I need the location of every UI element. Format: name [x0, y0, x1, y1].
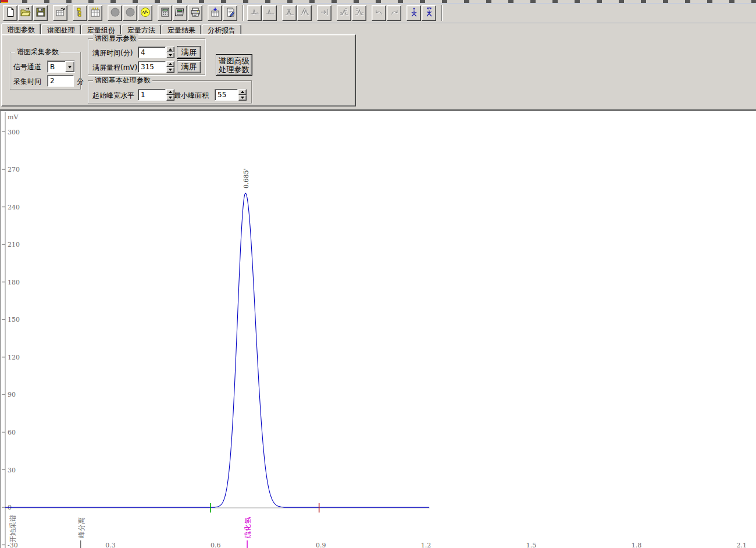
peak-merge-button [297, 5, 312, 21]
spin-down-button[interactable] [166, 52, 174, 58]
method-list-button[interactable] [73, 5, 87, 21]
fullscreen-time-input[interactable]: 4 [138, 47, 166, 58]
toolbar-group-9 [337, 5, 367, 21]
record-channel-a-button[interactable] [108, 5, 122, 21]
acq-time-unit: 分 [77, 77, 84, 87]
y-tick-label: 210 [8, 241, 20, 248]
toolbar-separator [441, 5, 443, 21]
peak-retention-label: 0.685' [243, 168, 250, 188]
peak-width-input[interactable]: 1 [138, 89, 166, 101]
spin-up-button[interactable] [166, 47, 174, 52]
spin-up-button[interactable] [166, 61, 174, 67]
fullscreen-range-spinner [166, 61, 174, 73]
print-button[interactable] [188, 5, 202, 21]
peak-flat-icon [265, 7, 275, 19]
peak-width-label: 起始峰宽水平 [92, 91, 134, 101]
redo-icon [389, 7, 400, 19]
advanced-params-line1: 谱图高级 [219, 56, 249, 65]
person-plus-icon [409, 7, 419, 19]
advanced-params-line2: 处理参数 [219, 65, 249, 74]
horizontal-baseline-button [262, 5, 277, 21]
tab-定量方法[interactable]: 定量方法 [122, 24, 161, 34]
import-table-button[interactable] [208, 5, 222, 21]
notepad-pencil-icon [225, 7, 236, 19]
toolbar-group-0 [3, 5, 48, 21]
report-table-button[interactable] [53, 5, 67, 21]
report-table-icon [55, 7, 66, 19]
tab-bar: 谱图参数谱图处理定量组份定量方法定量结果分析报告 [0, 23, 756, 34]
fullscreen-time-spinner [166, 47, 174, 58]
acq-time-input[interactable]: 2 [47, 75, 74, 87]
spin-down-button[interactable] [238, 95, 247, 101]
signal-channel-select[interactable]: B [47, 61, 75, 73]
spin-down-button[interactable] [166, 67, 174, 73]
x-tick-label: 0.6 [211, 542, 221, 548]
wave-circle-icon [140, 7, 151, 19]
calculator-green-icon [175, 7, 186, 19]
toolbar-group-1 [53, 5, 68, 21]
min-area-spinner [238, 89, 247, 101]
parameter-panel: 谱图采集参数 信号通道 B 采集时间 2 分 谱图显示参数 满屏时间(分) 4 … [0, 34, 756, 107]
processing-group-title: 谱图基本处理参数 [93, 76, 152, 84]
force-baseline-button [247, 5, 262, 21]
advanced-params-button[interactable]: 谱图高级 处理参数 [216, 54, 252, 76]
view-trace-button[interactable] [138, 5, 152, 21]
redo-button [387, 5, 401, 21]
y-tick-label: 300 [8, 129, 20, 136]
new-file-icon [5, 7, 16, 19]
peak-area-right-icon [354, 7, 365, 19]
x-tick-label: 1.8 [632, 542, 642, 548]
recalculate-button[interactable] [173, 5, 187, 21]
y-tick-label: 240 [8, 204, 20, 211]
y-tick-label: 150 [8, 316, 20, 323]
chromatogram-area[interactable]: mV3002702402101801501209060300-300.30.60… [0, 111, 756, 548]
calibration-table-icon [90, 7, 101, 19]
calculate-button[interactable] [158, 5, 172, 21]
event-label-开始采谱: 开始采谱 [9, 515, 17, 543]
import-table-icon [210, 7, 220, 19]
toolbar-group-11 [406, 5, 437, 21]
record-channel-b-button[interactable] [123, 5, 137, 21]
tab-谱图参数[interactable]: 谱图参数 [1, 23, 41, 34]
chevron-down-icon[interactable] [65, 61, 74, 72]
method-list-icon [75, 7, 85, 19]
signal-channel-value: B [48, 63, 65, 71]
y-tick-label: 30 [8, 467, 16, 474]
fullscreen-range-label: 满屏量程(mV) [92, 63, 137, 73]
tab-谱图处理[interactable]: 谱图处理 [41, 24, 81, 34]
person-arrows-icon [424, 7, 434, 19]
open-folder-icon [20, 7, 31, 19]
peak-width-spinner [166, 89, 174, 101]
open-file-button[interactable] [18, 5, 33, 21]
tab-分析报告[interactable]: 分析报告 [202, 24, 241, 34]
spin-down-button[interactable] [166, 95, 174, 101]
toolbar-group-7 [282, 5, 312, 21]
display-group-title: 谱图显示参数 [93, 34, 138, 42]
peak-end-button [352, 5, 366, 21]
save-button[interactable] [33, 5, 48, 21]
undo-button [372, 5, 386, 21]
signal-trace [5, 193, 429, 507]
tab-定量结果[interactable]: 定量结果 [162, 24, 201, 34]
zoom-reset-button[interactable] [422, 5, 436, 21]
fullscreen-range-input[interactable]: 315 [138, 61, 166, 73]
acquisition-group-title: 谱图采集参数 [15, 48, 60, 56]
peak-start-button [337, 5, 351, 21]
calculator-icon [160, 7, 170, 19]
x-tick-label: 0.9 [316, 542, 326, 548]
signal-channel-label: 信号通道 [13, 62, 41, 72]
calibration-table-button[interactable] [88, 5, 102, 21]
tab-定量组份[interactable]: 定量组份 [81, 24, 121, 34]
manual-zoom-button[interactable] [406, 5, 421, 21]
spin-up-button[interactable] [238, 89, 247, 95]
edit-annotation-button[interactable] [223, 5, 237, 21]
y-axis-unit-label: mV [8, 113, 19, 121]
spin-up-button[interactable] [166, 89, 174, 95]
gray-circle-icon [125, 7, 135, 19]
y-tick-label: 90 [8, 391, 16, 398]
fullscreen-time-button[interactable]: 满屏 [177, 46, 201, 59]
fullscreen-range-button[interactable]: 满屏 [177, 61, 201, 73]
min-area-input[interactable]: 55 [215, 89, 238, 101]
new-file-button[interactable] [3, 5, 17, 21]
arrow-to-end-icon [319, 7, 330, 19]
